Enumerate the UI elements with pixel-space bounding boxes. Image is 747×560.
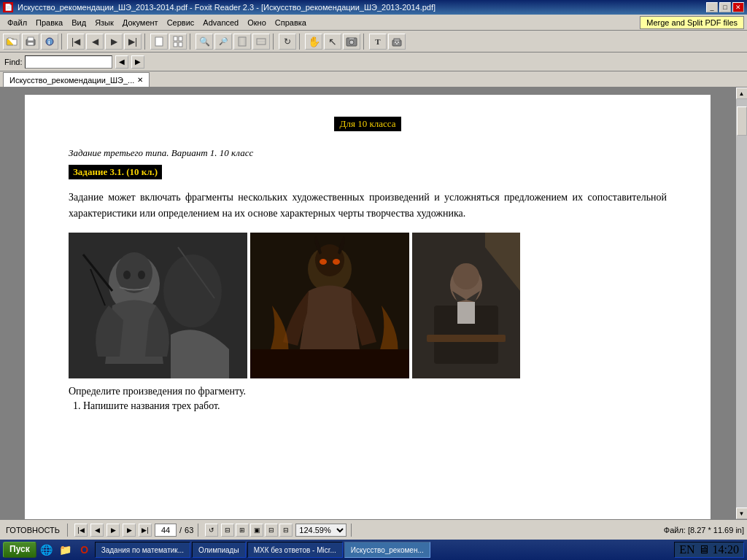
menu-help[interactable]: Справка (271, 15, 311, 30)
scrollbar-thumb[interactable] (737, 106, 747, 136)
svg-rect-11 (239, 37, 246, 46)
menu-language[interactable]: Язык (90, 15, 118, 30)
print-button[interactable] (22, 34, 39, 50)
pdf-title: Для 10 класса (334, 117, 402, 131)
svg-rect-18 (349, 38, 354, 39)
scroll-up-button[interactable]: ▲ (736, 88, 748, 99)
tab-close-button[interactable]: ✕ (137, 76, 143, 84)
network-icon: 🖥 (698, 543, 710, 556)
open-button[interactable] (3, 34, 20, 50)
toolbar-separator-3 (190, 34, 193, 50)
status-next-button[interactable]: ▶ (123, 524, 136, 537)
typewriter-button[interactable] (388, 34, 406, 50)
page-separator: / (179, 526, 182, 534)
zoom-in-status-button[interactable]: ⊞ (236, 524, 249, 537)
tab-label: Искусство_рекомендации_ШЭ_... (9, 76, 134, 85)
menu-document[interactable]: Документ (118, 15, 163, 30)
taskbar: Пуск 🌐 📁 O Задания по математик... Олимп… (0, 540, 747, 560)
system-tray: EN 🖥 14:20 (674, 542, 744, 558)
prev-page-button[interactable]: ◀ (86, 34, 104, 50)
svg-point-32 (163, 254, 222, 327)
app-icon: 📄 (3, 2, 13, 12)
text-select-button[interactable]: T (369, 34, 387, 50)
rotate-button[interactable]: ↻ (279, 34, 296, 50)
tray-time: 14:20 (713, 543, 739, 556)
zoom-select[interactable]: 124.59% 100% 75% 50% (295, 524, 347, 537)
svg-point-27 (123, 271, 131, 279)
svg-rect-21 (395, 42, 396, 43)
find-prev-button[interactable]: ◀ (115, 55, 128, 69)
menu-edit[interactable]: Правка (31, 15, 67, 30)
taskbar-item-math[interactable]: Задания по математик... (95, 542, 190, 558)
properties-button[interactable]: i (41, 34, 58, 50)
find-input[interactable] (25, 55, 112, 69)
ql-ie-button[interactable]: 🌐 (38, 542, 55, 558)
svg-point-26 (116, 252, 152, 293)
status-refresh-button[interactable]: ↺ (205, 524, 218, 537)
zoom-out-button[interactable]: 🔎 (214, 34, 232, 50)
menu-tools[interactable]: Сервис (163, 15, 199, 30)
pdf-viewport[interactable]: Для 10 класса Задание третьего типа. Вар… (0, 88, 735, 519)
pdf-body: Задание может включать фрагменты несколь… (69, 190, 667, 222)
scrollbar-track[interactable] (736, 99, 748, 508)
pdf-images (69, 233, 667, 378)
find-next-button[interactable]: ▶ (131, 55, 144, 69)
next-page-button[interactable]: ▶| (124, 34, 142, 50)
play-button[interactable]: ▶ (105, 34, 123, 50)
status-prev-button[interactable]: ◀ (90, 524, 104, 537)
menu-window[interactable]: Окно (243, 15, 271, 30)
svg-point-37 (333, 259, 340, 265)
snapshot-button[interactable] (343, 34, 360, 50)
taskbar-item-olympiad[interactable]: Олимпиады (192, 542, 246, 558)
menu-file[interactable]: Файл (3, 15, 31, 30)
svg-point-28 (138, 271, 145, 279)
maximize-button[interactable]: □ (719, 2, 731, 12)
first-page-button[interactable]: |◀ (67, 34, 85, 50)
zoom-out-status-button[interactable]: ⊟ (221, 524, 234, 537)
scroll-down-button[interactable]: ▼ (736, 508, 748, 519)
taskbar-item-art[interactable]: Искусство_рекомен... (344, 542, 430, 558)
page-layout-3-button[interactable]: ⊟ (279, 524, 293, 537)
page-layout-2-button[interactable]: ⊟ (265, 524, 278, 537)
pan-button[interactable]: ✋ (305, 34, 322, 50)
status-play-button[interactable]: ▶ (107, 524, 120, 537)
select-button[interactable]: ↖ (324, 34, 341, 50)
status-last-button[interactable]: ▶| (139, 524, 152, 537)
minimize-button[interactable]: _ (706, 2, 718, 12)
svg-rect-3 (28, 42, 34, 45)
fit-width-button[interactable] (252, 34, 270, 50)
toolbar-separator-4 (273, 34, 276, 50)
zoom-in-button[interactable]: 🔍 (196, 34, 213, 50)
svg-rect-22 (398, 42, 399, 43)
pdf-subtitle: Задание третьего типа. Вариант 1. 10 кла… (69, 147, 667, 159)
status-first-button[interactable]: |◀ (74, 524, 88, 537)
status-sep-3 (351, 524, 354, 537)
status-bar: ГОТОВНОСТЬ |◀ ◀ ▶ ▶ ▶| 44 / 63 ↺ ⊟ ⊞ ▣ ⊟… (0, 519, 747, 540)
taskbar-item-mhk[interactable]: МХК без ответов - Micr... (247, 542, 343, 558)
fit-page-button[interactable] (233, 34, 251, 50)
pdf-list: Напишите названия трех работ. (69, 400, 667, 412)
pdf-heading: Задание 3.1. (10 кл.) (69, 165, 162, 179)
start-button[interactable]: Пуск (3, 542, 36, 558)
content-area: Для 10 класса Задание третьего типа. Вар… (0, 88, 747, 519)
ad-banner[interactable]: Merge and Split PDF files (640, 16, 744, 29)
menu-view[interactable]: Вид (67, 15, 90, 30)
toolbar-separator-5 (299, 34, 302, 50)
scrollbar-vertical: ▲ ▼ (735, 88, 747, 519)
title-bar: 📄 Искусство_рекомендации_ШЭ_2013-2014.pd… (0, 0, 747, 15)
toolbar-separator-2 (144, 34, 147, 50)
page-layout-1-button[interactable]: ▣ (250, 524, 263, 537)
menu-advanced[interactable]: Advanced (198, 15, 243, 30)
find-label: Find: (4, 58, 22, 66)
view1-button[interactable] (150, 34, 168, 50)
page-number-input[interactable]: 44 (155, 524, 177, 537)
document-tab[interactable]: Искусство_рекомендации_ШЭ_... ✕ (3, 72, 150, 87)
svg-text:i: i (48, 39, 50, 46)
tab-bar: Искусство_рекомендации_ШЭ_... ✕ (0, 71, 747, 88)
ql-folder-button[interactable]: 📁 (57, 542, 74, 558)
view2-button[interactable] (169, 34, 187, 50)
close-button[interactable]: ✕ (732, 2, 744, 12)
pdf-list-item-1: Напишите названия трех работ. (83, 400, 667, 412)
ql-opera-button[interactable]: O (76, 542, 93, 558)
toolbar-separator-6 (363, 34, 366, 50)
